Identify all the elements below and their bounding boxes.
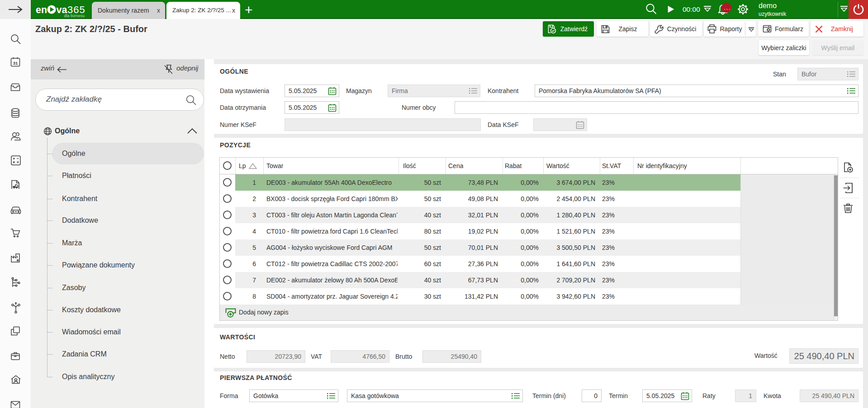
svg-text:dla biznesu: dla biznesu	[64, 14, 85, 18]
svg-text:en: en	[36, 5, 47, 15]
svg-text:31: 31	[13, 61, 18, 66]
